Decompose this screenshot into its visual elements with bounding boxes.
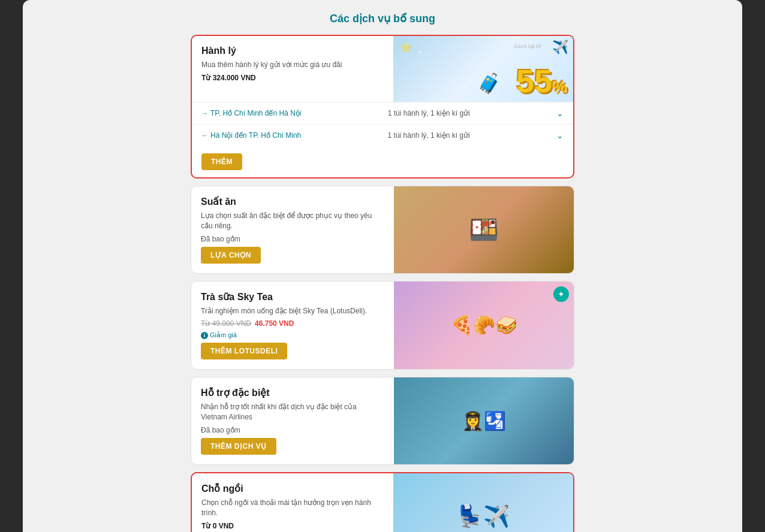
suat-an-button[interactable]: LỰA CHỌN [201, 247, 261, 264]
seat-main: Chỗ ngồi Chọn chỗ ngồi và thoải mái tận … [192, 473, 573, 532]
hanh-ly-button-row: THÊM [192, 146, 573, 177]
route-row-inbound[interactable]: ← Hà Nội đến TP. Hồ Chí Minh 1 túi hành … [192, 125, 573, 146]
hanh-ly-card: Hành lý Mua thêm hành lý ký gửi với mức … [191, 35, 574, 179]
route-inbound-name: ← Hà Nội đến TP. Hồ Chí Minh [201, 131, 301, 140]
skytea-image: 🍕🥐🥪 ✦ [394, 282, 574, 370]
skytea-visual: 🍕🥐🥪 ✦ [394, 282, 574, 370]
skytea-card: Trà sữa Sky Tea Trải nghiệm món uống đặc… [191, 281, 574, 370]
skytea-button[interactable]: THÊM LOTUSDELI [201, 343, 287, 359]
hanh-ly-title: Hành lý [201, 46, 384, 56]
hanh-ly-left: Hành lý Mua thêm hành lý ký gửi với mức … [192, 36, 393, 102]
hanh-ly-desc: Mua thêm hành lý ký gửi với mức giá ưu đ… [201, 60, 384, 70]
suat-an-main: Suất ăn Lựa chọn suất ăn đặc biệt để đượ… [191, 186, 574, 273]
info-icon: i [201, 332, 208, 339]
seat-left: Chỗ ngồi Chọn chỗ ngồi và thoải mái tận … [192, 473, 393, 532]
suat-an-title: Suất ăn [201, 196, 384, 207]
hanh-ly-image: Save up to ✈️ 55% 🧳 ⭐ ✦ [393, 36, 573, 102]
support-desc: Nhận hỗ trợ tốt nhất khi đặt dịch vụ đặc… [201, 402, 384, 422]
content-area: Hành lý Mua thêm hành lý ký gửi với mức … [191, 35, 574, 532]
route-outbound-name: → TP. Hồ Chí Minh đến Hà Nội [201, 109, 302, 117]
support-left: Hỗ trợ đặc biệt Nhận hỗ trợ tốt nhất khi… [191, 377, 394, 464]
skytea-left: Trà sữa Sky Tea Trải nghiệm món uống đặc… [191, 282, 394, 370]
skytea-discount: i Giảm giá [201, 331, 384, 339]
seat-desc: Chọn chỗ ngồi và thoải mái tận hưởng trọ… [201, 498, 384, 518]
seat-image: 💺✈️ [393, 473, 573, 532]
skytea-price-old: Từ 49.000 VND [201, 319, 251, 328]
save-up-text: Save up to [513, 42, 540, 48]
suat-an-left: Suất ăn Lựa chọn suất ăn đặc biệt để đượ… [191, 186, 394, 273]
suat-an-image: 🍱 [394, 186, 574, 273]
suat-an-included: Đã bao gồm [201, 235, 384, 243]
support-image: 👩‍✈️🛂 [394, 377, 574, 464]
luggage-banner: Save up to ✈️ 55% 🧳 ⭐ ✦ [393, 36, 573, 102]
suat-an-card: Suất ăn Lựa chọn suất ăn đặc biệt để đượ… [191, 186, 574, 274]
hanh-ly-price: Từ 324.000 VND [201, 74, 384, 82]
route-row-outbound[interactable]: → TP. Hồ Chí Minh đến Hà Nội 1 túi hành … [192, 102, 573, 125]
support-title: Hỗ trợ đặc biệt [201, 387, 384, 398]
skytea-badge-icon: ✦ [553, 286, 569, 302]
hanh-ly-add-button[interactable]: THÊM [201, 153, 242, 170]
food-image: 🍱 [394, 186, 574, 273]
support-button[interactable]: THÊM DỊCH VỤ [201, 438, 276, 455]
chevron-down-icon-outbound: ⌄ [556, 108, 564, 118]
route-outbound-info: 1 túi hành lý, 1 kiện kí gửi [388, 109, 470, 117]
skytea-desc: Trải nghiệm món uống đặc biệt Sky Tea (L… [201, 306, 384, 316]
chevron-down-icon-inbound: ⌄ [556, 131, 564, 140]
percent-display: 55% [516, 65, 567, 97]
suat-an-desc: Lựa chọn suất ăn đặc biệt để được phục v… [201, 211, 384, 231]
luggage-emoji: 🧳 [477, 72, 501, 95]
skytea-main: Trà sữa Sky Tea Trải nghiệm món uống đặc… [191, 282, 574, 370]
support-visual: 👩‍✈️🛂 [394, 377, 574, 464]
seat-visual: 💺✈️ [393, 473, 573, 532]
support-card: Hỗ trợ đặc biệt Nhận hỗ trợ tốt nhất khi… [191, 377, 574, 465]
hanh-ly-routes: → TP. Hồ Chí Minh đến Hà Nội 1 túi hành … [192, 102, 573, 146]
seat-title: Chỗ ngồi [201, 483, 384, 494]
skytea-price-new: 46.750 VND [255, 319, 294, 328]
browser-window: Các dịch vụ bổ sung Hành lý Mua thêm hàn… [23, 0, 742, 532]
hanh-ly-main: Hành lý Mua thêm hành lý ký gửi với mức … [192, 36, 573, 102]
skytea-price-row: Từ 49.000 VND 46.750 VND [201, 319, 384, 328]
seat-price: Từ 0 VND [201, 522, 384, 530]
page-title: Các dịch vụ bổ sung [23, 12, 742, 25]
seat-card: Chỗ ngồi Chọn chỗ ngồi và thoải mái tận … [191, 472, 574, 532]
support-included: Đã bao gồm [201, 426, 384, 434]
support-main: Hỗ trợ đặc biệt Nhận hỗ trợ tốt nhất khi… [191, 377, 574, 464]
route-inbound-info: 1 túi hành lý, 1 kiện kí gửi [388, 131, 470, 140]
skytea-title: Trà sữa Sky Tea [201, 291, 384, 303]
